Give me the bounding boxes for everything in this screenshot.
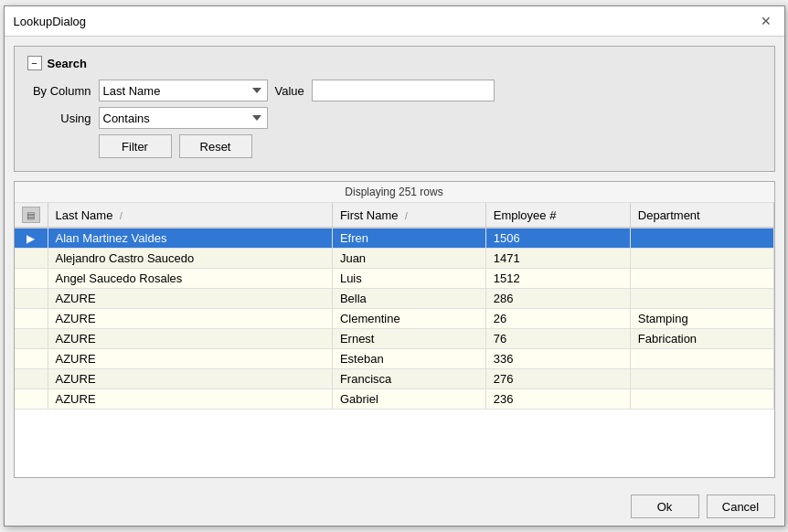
reset-button[interactable]: Reset bbox=[179, 134, 252, 158]
cell-last-name: AZURE bbox=[48, 289, 332, 309]
cell-department bbox=[630, 369, 773, 389]
cell-employee-num: 26 bbox=[485, 309, 630, 329]
row-indicator bbox=[15, 309, 48, 329]
cell-employee-num: 236 bbox=[485, 389, 630, 410]
cell-first-name: Bella bbox=[332, 289, 485, 309]
using-label: Using bbox=[27, 112, 91, 125]
search-group-header: − Search bbox=[27, 56, 761, 70]
cell-first-name: Ernest bbox=[332, 329, 485, 349]
sort-icon-first-name: / bbox=[405, 211, 408, 221]
table-row[interactable]: AZUREEsteban336 bbox=[15, 349, 774, 369]
cell-last-name: Alejandro Castro Saucedo bbox=[48, 249, 332, 269]
cell-employee-num: 76 bbox=[485, 329, 630, 349]
table-row[interactable]: AZUREErnest76Fabrication bbox=[15, 329, 774, 349]
cell-first-name: Francisca bbox=[332, 369, 485, 389]
cell-last-name: Angel Saucedo Rosales bbox=[48, 269, 332, 289]
col-header-employee-num[interactable]: Employee # bbox=[485, 203, 630, 228]
table-row[interactable]: Angel Saucedo RosalesLuis1512 bbox=[15, 269, 774, 289]
status-bar: Displaying 251 rows bbox=[15, 182, 774, 203]
cell-employee-num: 1512 bbox=[485, 269, 630, 289]
table-row[interactable]: AZUREBella286 bbox=[15, 289, 774, 309]
value-input[interactable] bbox=[312, 80, 495, 101]
row-indicator bbox=[15, 329, 48, 349]
by-column-row: By Column Last Name First Name Employee … bbox=[27, 80, 761, 101]
table-row[interactable]: AZUREGabriel236 bbox=[15, 389, 774, 410]
table-row[interactable]: ▶Alan Martinez ValdesEfren1506 bbox=[15, 228, 774, 249]
cell-department bbox=[630, 349, 773, 369]
table-container[interactable]: ▤ Last Name / First Name / Employee # De… bbox=[15, 203, 774, 477]
table-icon: ▤ bbox=[22, 207, 40, 223]
cell-department bbox=[630, 269, 773, 289]
col-header-department[interactable]: Department bbox=[630, 203, 773, 228]
search-group: − Search By Column Last Name First Name … bbox=[14, 46, 775, 172]
cell-first-name: Luis bbox=[332, 269, 485, 289]
cell-employee-num: 1471 bbox=[485, 249, 630, 269]
cell-last-name: Alan Martinez Valdes bbox=[48, 228, 332, 249]
cell-employee-num: 1506 bbox=[485, 228, 630, 249]
cell-employee-num: 286 bbox=[485, 289, 630, 309]
cell-department bbox=[630, 389, 773, 410]
search-section-title: Search bbox=[48, 57, 87, 70]
cell-department: Stamping bbox=[630, 309, 773, 329]
cell-department bbox=[630, 249, 773, 269]
filter-button[interactable]: Filter bbox=[99, 134, 172, 158]
ok-button[interactable]: Ok bbox=[631, 495, 699, 518]
lookup-dialog: LookupDialog ✕ − Search By Column Last N… bbox=[4, 5, 785, 527]
row-indicator bbox=[15, 289, 48, 309]
collapse-button[interactable]: − bbox=[27, 56, 42, 70]
table-row[interactable]: AZUREFrancisca276 bbox=[15, 369, 774, 389]
table-header-row: ▤ Last Name / First Name / Employee # De… bbox=[15, 203, 774, 228]
row-indicator bbox=[15, 269, 48, 289]
using-row: Using Contains Starts With Equals bbox=[27, 107, 761, 129]
close-button[interactable]: ✕ bbox=[757, 12, 775, 30]
table-row[interactable]: Alejandro Castro SaucedoJuan1471 bbox=[15, 249, 774, 269]
col-header-icon: ▤ bbox=[15, 203, 48, 228]
data-table: ▤ Last Name / First Name / Employee # De… bbox=[15, 203, 774, 410]
cell-last-name: AZURE bbox=[48, 349, 332, 369]
cell-last-name: AZURE bbox=[48, 369, 332, 389]
by-column-label: By Column bbox=[27, 84, 91, 98]
sort-icon-last-name: / bbox=[120, 211, 122, 221]
col-header-first-name[interactable]: First Name / bbox=[332, 203, 485, 228]
cell-last-name: AZURE bbox=[48, 389, 332, 410]
cell-employee-num: 336 bbox=[485, 349, 630, 369]
cell-last-name: AZURE bbox=[48, 329, 332, 349]
title-bar: LookupDialog ✕ bbox=[5, 6, 784, 37]
col-header-last-name[interactable]: Last Name / bbox=[48, 203, 332, 228]
cell-first-name: Efren bbox=[332, 228, 485, 249]
cell-employee-num: 276 bbox=[485, 369, 630, 389]
cell-first-name: Esteban bbox=[332, 349, 485, 369]
row-indicator bbox=[15, 389, 48, 410]
cell-first-name: Clementine bbox=[332, 309, 485, 329]
cell-first-name: Juan bbox=[332, 249, 485, 269]
table-body: ▶Alan Martinez ValdesEfren1506Alejandro … bbox=[15, 228, 774, 410]
search-buttons: Filter Reset bbox=[27, 134, 761, 158]
cell-first-name: Gabriel bbox=[332, 389, 485, 410]
row-indicator bbox=[15, 369, 48, 389]
row-indicator bbox=[15, 349, 48, 369]
row-indicator: ▶ bbox=[15, 228, 48, 249]
dialog-body: − Search By Column Last Name First Name … bbox=[5, 37, 784, 487]
cell-last-name: AZURE bbox=[48, 309, 332, 329]
row-indicator bbox=[15, 249, 48, 269]
cancel-button[interactable]: Cancel bbox=[707, 495, 775, 518]
by-column-select[interactable]: Last Name First Name Employee # Departme… bbox=[99, 80, 268, 101]
dialog-title: LookupDialog bbox=[14, 15, 87, 28]
cell-department: Fabrication bbox=[630, 329, 773, 349]
value-label: Value bbox=[275, 84, 304, 98]
table-row[interactable]: AZUREClementine26Stamping bbox=[15, 309, 774, 329]
using-select[interactable]: Contains Starts With Equals bbox=[99, 107, 268, 129]
dialog-footer: Ok Cancel bbox=[5, 487, 784, 526]
table-section: Displaying 251 rows ▤ Last Name / Fir bbox=[14, 181, 775, 478]
cell-department bbox=[630, 289, 773, 309]
cell-department bbox=[630, 228, 773, 249]
